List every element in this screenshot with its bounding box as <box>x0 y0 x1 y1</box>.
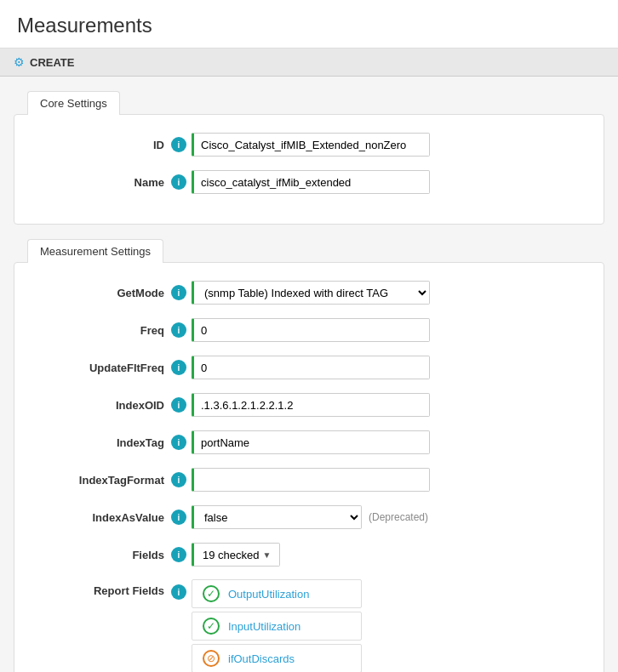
getmode-label: GetMode <box>35 287 171 299</box>
indextag-input[interactable] <box>192 430 430 454</box>
name-row: Name i <box>35 169 583 195</box>
indexoid-info-icon[interactable]: i <box>171 397 186 413</box>
report-field-item[interactable]: ✓ OutputUtilization <box>192 579 362 608</box>
name-label: Name <box>35 176 171 189</box>
indextag-label: IndexTag <box>35 436 171 449</box>
fields-caret-icon: ▼ <box>263 550 272 560</box>
report-fields-label: Report Fields <box>35 579 171 597</box>
measurement-settings-card: Measurement Settings GetMode i (snmp Tab… <box>14 238 604 672</box>
id-label: ID <box>35 139 171 151</box>
getmode-row: GetMode i (snmp Table) Indexed with dire… <box>35 280 583 305</box>
ifoutdiscards-warning-icon: ⊘ <box>203 650 220 667</box>
fields-row: Fields i 19 checked ▼ <box>35 542 583 567</box>
output-utilization-label: OutputUtilization <box>228 588 309 601</box>
id-row: ID i <box>35 132 583 157</box>
measurement-settings-tab: Measurement Settings <box>27 239 163 263</box>
indextag-info-icon[interactable]: i <box>171 435 186 450</box>
page-title: Measurements <box>17 14 601 37</box>
create-label: CREATE <box>30 56 74 69</box>
indextag-row: IndexTag i <box>35 430 583 455</box>
freq-row: Freq i <box>35 317 583 343</box>
page-header: Measurements <box>0 0 618 48</box>
fields-checked-count: 19 checked <box>203 549 260 561</box>
create-bar[interactable]: ⚙ CREATE <box>0 48 618 77</box>
content: Core Settings ID i Name i Measu <box>0 77 618 672</box>
core-settings-card: Core Settings ID i Name i <box>14 90 604 225</box>
freq-input[interactable] <box>192 318 430 342</box>
indexoid-row: IndexOID i <box>35 392 583 418</box>
report-fields-list: ✓ OutputUtilization ✓ InputUtilization ⊘… <box>192 579 362 672</box>
input-utilization-active-icon: ✓ <box>203 618 220 635</box>
core-settings-tab: Core Settings <box>27 91 120 115</box>
report-fields-row: Report Fields i ✓ OutputUtilization ✓ In… <box>35 579 583 672</box>
report-field-item[interactable]: ✓ InputUtilization <box>192 612 362 641</box>
fields-checked-button[interactable]: 19 checked ▼ <box>192 543 280 567</box>
report-field-item[interactable]: ⊘ ifOutDiscards <box>192 644 362 672</box>
indexoid-input[interactable] <box>192 393 430 417</box>
updatefltfreq-input[interactable] <box>192 356 430 379</box>
indextagformat-label: IndexTagFormat <box>35 474 171 487</box>
updatefltfreq-row: UpdateFltFreq i <box>35 355 583 380</box>
indextagformat-info-icon[interactable]: i <box>171 472 186 487</box>
indexasvalue-select[interactable]: false true <box>192 505 362 529</box>
fields-label: Fields <box>35 549 171 561</box>
id-input[interactable] <box>192 133 430 157</box>
indextagformat-input[interactable] <box>192 468 430 492</box>
updatefltfreq-label: UpdateFltFreq <box>35 362 171 374</box>
freq-info-icon[interactable]: i <box>171 322 186 338</box>
deprecated-tag: (Deprecated) <box>369 511 428 523</box>
indexasvalue-row: IndexAsValue i false true (Deprecated) <box>35 504 583 530</box>
output-utilization-active-icon: ✓ <box>203 585 220 602</box>
id-info-icon[interactable]: i <box>171 137 186 152</box>
indextagformat-row: IndexTagFormat i <box>35 467 583 493</box>
getmode-select[interactable]: (snmp Table) Indexed with direct TAG <box>192 281 430 305</box>
indexasvalue-info-icon[interactable]: i <box>171 510 186 525</box>
freq-label: Freq <box>35 324 171 337</box>
measurement-settings-body: GetMode i (snmp Table) Indexed with dire… <box>14 262 604 672</box>
getmode-info-icon[interactable]: i <box>171 285 186 300</box>
input-utilization-label: InputUtilization <box>228 620 300 633</box>
ifoutdiscards-label: ifOutDiscards <box>228 652 295 665</box>
report-fields-info-icon[interactable]: i <box>171 584 186 600</box>
name-info-icon[interactable]: i <box>171 174 186 190</box>
fields-info-icon[interactable]: i <box>171 547 186 562</box>
indexasvalue-label: IndexAsValue <box>35 511 171 524</box>
updatefltfreq-info-icon[interactable]: i <box>171 360 186 375</box>
indexoid-label: IndexOID <box>35 399 171 412</box>
name-input[interactable] <box>192 170 430 194</box>
core-settings-body: ID i Name i <box>14 114 604 225</box>
gear-icon: ⚙ <box>14 55 25 69</box>
